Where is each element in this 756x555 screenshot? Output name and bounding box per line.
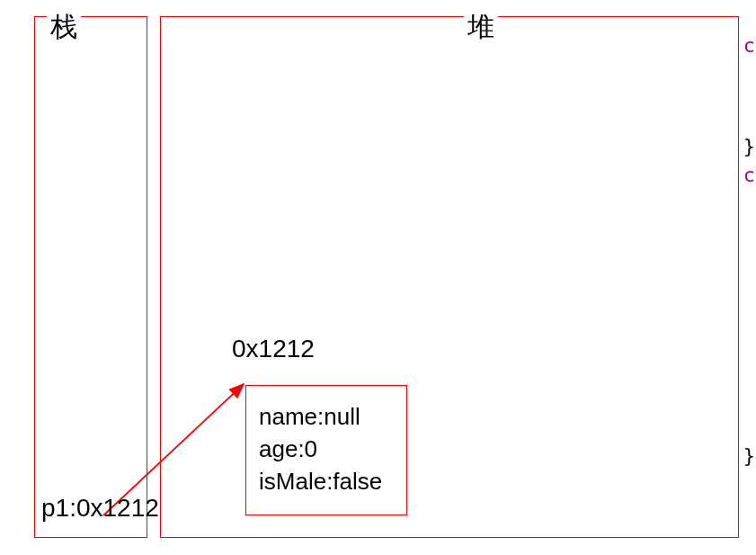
object-field-name: name:null	[259, 400, 394, 433]
side-code-fragment-3: c	[743, 164, 755, 186]
object-field-age: age:0	[259, 433, 394, 465]
object-field-ismale: isMale:false	[259, 465, 394, 497]
side-code-fragment-1: c	[743, 34, 755, 57]
object-address-label: 0x1212	[232, 335, 315, 363]
heap-label: 堆	[464, 9, 498, 46]
diagram-canvas: 栈 堆 0x1212 name:null age:0 isMale:false …	[0, 0, 756, 555]
heap-object-box: name:null age:0 isMale:false	[245, 385, 407, 515]
stack-label: 栈	[47, 9, 81, 46]
side-code-fragment-2: }	[743, 135, 755, 157]
stack-pointer-variable: p1:0x1212	[41, 494, 159, 523]
side-code-fragment-4: }	[743, 444, 755, 467]
stack-region	[34, 16, 147, 538]
